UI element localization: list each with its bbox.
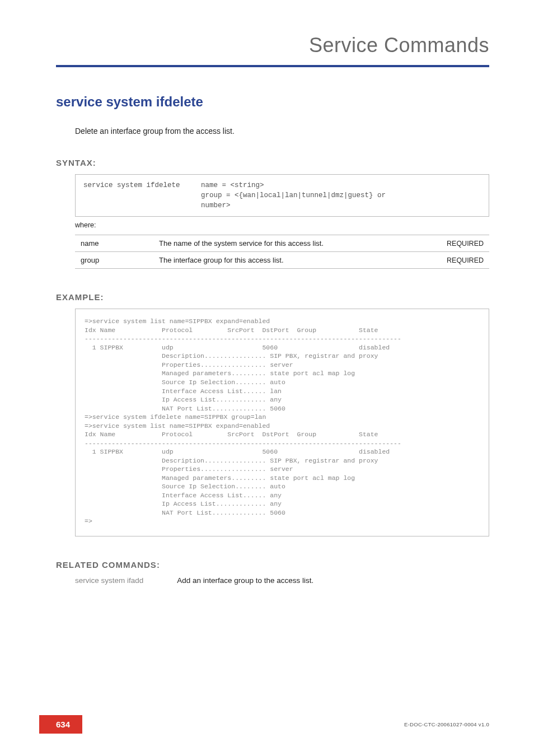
param-desc: The interface group for this access list…: [153, 252, 428, 269]
syntax-where: where:: [75, 221, 489, 229]
document-id: E-DOC-CTC-20061027-0004 v1.0: [404, 721, 489, 727]
example-label: EXAMPLE:: [56, 292, 489, 302]
page-footer: 634 E-DOC-CTC-20061027-0004 v1.0: [56, 715, 489, 734]
related-row: service system ifadd Add an interface gr…: [75, 576, 489, 585]
param-required: REQUIRED: [428, 252, 489, 269]
chapter-title: Service Commands: [56, 34, 489, 57]
related-label: RELATED COMMANDS:: [56, 560, 489, 570]
param-name: group: [75, 252, 153, 269]
param-desc: The name of the system service for this …: [153, 235, 428, 252]
command-title: service system ifdelete: [56, 94, 489, 110]
param-required: REQUIRED: [428, 235, 489, 252]
example-box: =>service system list name=SIPPBX expand…: [75, 309, 489, 536]
table-row: name The name of the system service for …: [75, 235, 489, 252]
syntax-label: SYNTAX:: [56, 158, 489, 167]
command-description: Delete an interface group from the acces…: [75, 127, 489, 136]
related-command: service system ifadd: [75, 576, 143, 585]
syntax-box: service system ifdelete name = <string> …: [75, 174, 489, 217]
chapter-rule: [56, 65, 489, 67]
table-row: group The interface group for this acces…: [75, 252, 489, 269]
param-table: name The name of the system service for …: [75, 235, 489, 269]
related-description: Add an interface group to the access lis…: [177, 576, 313, 585]
page-number-badge: 634: [39, 715, 82, 734]
param-name: name: [75, 235, 153, 252]
